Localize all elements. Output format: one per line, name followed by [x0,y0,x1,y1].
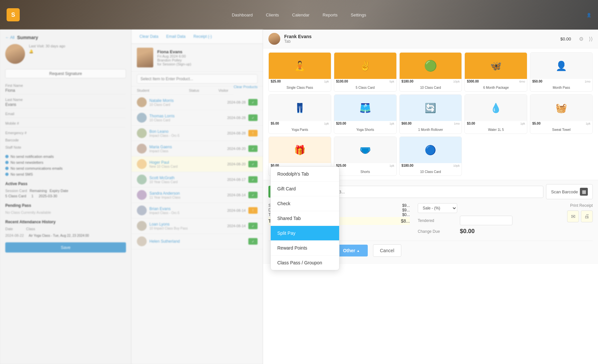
middle-panel: Clear Data Email Data Receipt (-) Fiona … [132,30,263,364]
nav-dashboard[interactable]: Dashboard [232,12,253,17]
pos-client-tab: Tab [284,39,311,44]
pos-client-name: Frank Evans [284,34,311,39]
pos-settings-icon[interactable]: ⚙ [579,36,584,42]
product-card-12[interactable]: 🩲 $25.00 1pk Shorts [334,136,397,176]
status-badge: ✓ [248,145,258,152]
product-img-1: 🧘 [269,53,331,79]
search-input-mid[interactable] [137,74,258,84]
sales-row-highlighted[interactable]: Hoger Paul New 10 Class Card 2024-08-20 … [132,157,263,172]
request-signature-btn[interactable]: Request Signature [5,69,126,78]
receipt-btn[interactable]: Receipt (-) [191,33,214,40]
sales-row[interactable]: Maria Gaens Impact Class 2024-08-20 ✓ [132,141,263,157]
client-info: Last Visit: 30 days ago 🔔 [5,44,126,64]
sale-info: Thomas Lorris 10 Class Card [149,114,213,122]
search-name-input[interactable] [311,186,543,198]
user-icon[interactable]: 👤 [586,13,591,17]
product-card-6[interactable]: 👖 $5.00 1pk Yoga Pants [268,94,331,134]
sales-row[interactable]: Bon Leano Impact Class - Orc-5 2024-08-2… [132,126,263,141]
sales-row[interactable]: Scott McGrath 10 Year Class Card 2024-08… [132,172,263,187]
dropdown-check[interactable]: Check [271,196,339,211]
product-card-3[interactable]: 🟢 $180.00 10pk 10 Class Card [399,52,462,92]
sales-row[interactable]: Sandra Anderson 11 Year Impact Class 202… [132,187,263,203]
product-info-2: 5 Class Card [334,85,396,91]
sale-info: Maria Gaens Impact Class [149,145,213,153]
product-info-4: 6 Month Package [465,85,527,91]
sale-avatar [137,97,147,107]
product-card-2[interactable]: ✌ $100.00 5pk 5 Class Card [334,52,397,92]
tendered-row: Tendered [418,216,559,225]
clear-data-btn[interactable]: Clear Data [137,33,161,40]
product-img-10: 🧺 [530,95,592,121]
email-receipt-btn[interactable]: ✉ [567,210,579,222]
product-card-8[interactable]: 🔄 $60.00 1mo 1 Month Rollover [399,94,462,134]
pos-client-balance: $0.00 [560,36,571,41]
product-info-5: Month Pass [530,85,592,91]
sale-date: 2024-08-14 [213,208,246,212]
client-profile-row: Fiona Evans Fri Aug 2024 6:00 Brandon Po… [132,44,263,72]
sales-row[interactable]: Natalie Morris 10 Class Card 2024-08-28 … [132,95,263,110]
status-badge: ✓ [248,176,258,183]
product-img-12: 🩲 [334,137,396,163]
sidebar-header: ← All Summary [5,35,126,40]
email-data-btn[interactable]: Email Data [163,33,188,40]
clear-products-btn[interactable]: Clear Products [234,85,258,89]
nav-reports[interactable]: Reports [323,12,338,17]
payment-dropdown: Roodolph's Tab Gift Card Check Shared Ta… [270,166,339,270]
product-card-4[interactable]: 🦋 $300.00 6mo 6 Month Package [464,52,527,92]
sales-row[interactable]: Brian Evans Impact Class - Orc-5 2024-08… [132,203,263,218]
sale-date: 2024-08-17 [213,178,246,182]
attendance-section: Recent Attendance History Date Class 202… [5,220,126,239]
price-row-6: $5.00 1pk [269,121,331,127]
dropdown-roodolphs-tab[interactable]: Roodolph's Tab [271,167,339,182]
product-card-1[interactable]: 🧘 $25.00 1pk Single Class Pass [268,52,331,92]
dropdown-reward-points[interactable]: Reward Points [271,241,339,255]
notification-2: No send newsletters [5,160,126,164]
save-btn[interactable]: Save [5,242,126,253]
last-name-field: Last Name Evans [5,98,126,109]
discount-select[interactable]: Sale - (%) [418,203,457,213]
product-card-5[interactable]: 👤 $50.00 1mo Month Pass [530,52,593,92]
product-info-8: 1 Month Rollover [400,127,462,133]
notification-3: No send communications emails [5,166,126,170]
sale-avatar [137,190,147,200]
product-card-10[interactable]: 🧺 $5.00 1pk Sweat Towel [530,94,593,134]
dropdown-class-pass-groupon[interactable]: Class Pass / Groupon [271,255,339,270]
dropdown-shared-tab[interactable]: Shared Tab [271,211,339,226]
client-name-mid: Fiona Evans [157,49,258,54]
status-badge: ✓ [248,192,258,198]
app-logo[interactable]: S [7,8,20,21]
emergency-field: Emergency # [5,131,126,135]
sidebar-title: Summary [17,35,38,40]
scan-barcode-btn[interactable]: Scan Barcode ▦ [546,184,593,199]
pending-pass-title: Pending Pass [5,203,126,208]
cancel-btn[interactable]: Cancel [373,244,401,257]
sale-date: 2024-08-28 [213,131,246,135]
pos-header: Frank Evans Tab $0.00 ⚙ ⟩⟩ [263,30,598,48]
dropdown-gift-card[interactable]: Gift Card [271,182,339,196]
totals-right: Sale - (%) Tendered Change Due $0.00 [418,203,559,237]
sales-row[interactable]: Thomas Lorris 10 Class Card 2024-08-28 ✓ [132,110,263,126]
sales-row[interactable]: Helen Sutherland ✓ [132,234,263,249]
nav-calendar[interactable]: Calendar [292,12,310,17]
dropdown-split-pay[interactable]: Split Pay [271,226,339,241]
tendered-input[interactable] [460,216,512,225]
nav-settings[interactable]: Settings [351,12,366,17]
other-btn[interactable]: Other ▲ [335,245,368,256]
product-card-9[interactable]: 💧 $3.00 1pk Water 1L 5 [464,94,527,134]
pos-expand-icon[interactable]: ⟩⟩ [589,36,593,42]
product-img-11: 🎁 [269,137,331,163]
sidebar-back-btn[interactable]: ← All [5,35,14,40]
pending-note: No Class Currently Available [5,210,126,214]
print-receipt-btn[interactable]: 🖨 [581,210,593,222]
client-avatar [5,44,25,64]
sales-row[interactable]: Loan Lyons 10 Impact Class Buy Pass 2024… [132,218,263,234]
discount-select-row: Sale - (%) [418,203,559,213]
nav-clients[interactable]: Clients [266,12,279,17]
product-card-13[interactable]: 🔵 $180.00 10pk 10 Class Card [399,136,462,176]
product-img-9: 💧 [465,95,527,121]
staff-note-field: Staff Note [5,145,126,149]
client-avatar-img [5,44,25,64]
sale-date: 2024-08-28 [213,100,246,104]
status-badge: ✓ [248,99,258,106]
product-card-7[interactable]: 🩳 $20.00 1pk Yoga Shorts [334,94,397,134]
